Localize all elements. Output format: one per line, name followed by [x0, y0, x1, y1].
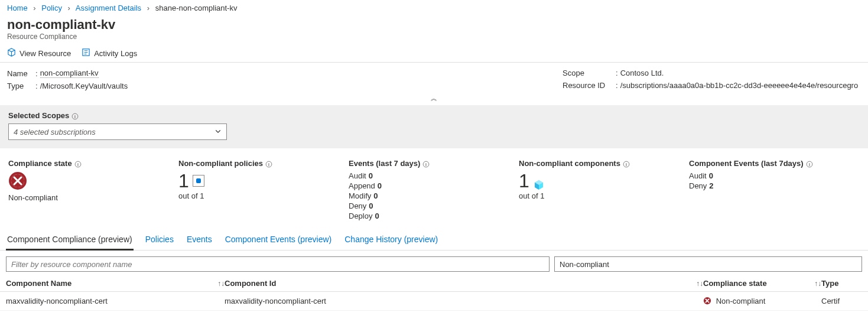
view-resource-button[interactable]: View Resource [7, 48, 71, 58]
info-icon[interactable]: i [71, 111, 79, 120]
breadcrumb: Home › Policy › Assignment Details › sha… [0, 0, 868, 15]
cevent-deny-label: Deny [689, 181, 707, 190]
event-deny-label: Deny [349, 201, 366, 210]
event-modify-value: 0 [373, 191, 378, 200]
event-append-value: 0 [378, 181, 382, 190]
toolbar: View Resource Activity Logs [0, 45, 868, 63]
compliance-state-title: Compliance state [8, 159, 72, 168]
noncompliant-policies-title: Non-compliant policies [178, 159, 263, 168]
cell-component-name: maxvalidity-noncompliant-cert [6, 297, 225, 305]
event-deploy-label: Deploy [349, 212, 372, 220]
name-label: Name [7, 69, 35, 78]
noncompliant-components-title: Non-compliant components [519, 159, 620, 168]
type-value: /Microsoft.KeyVault/vaults [40, 82, 128, 90]
tab-events[interactable]: Events [186, 231, 213, 250]
policy-box-icon [193, 175, 204, 187]
info-icon[interactable]: i [623, 159, 630, 168]
compliance-state-filter-value: Non-compliant [560, 260, 609, 269]
svg-text:i: i [77, 162, 79, 167]
breadcrumb-policy[interactable]: Policy [41, 4, 62, 12]
sort-icon[interactable]: ↑↓ [217, 279, 225, 288]
svg-text:i: i [425, 162, 427, 167]
chevron-right-icon: › [147, 4, 149, 12]
events-title: Events (last 7 days) [349, 159, 420, 168]
event-audit-value: 0 [369, 171, 373, 180]
log-icon [82, 48, 90, 58]
cell-component-id: maxvalidity-noncompliant-cert [225, 297, 703, 305]
filter-row: Non-compliant [0, 251, 868, 277]
col-component-name[interactable]: Component Name [6, 279, 71, 288]
cube-outline-icon [7, 48, 16, 58]
kpi-noncompliant-policies: Non-compliant policies i 1 out of 1 [178, 159, 338, 222]
sort-icon[interactable]: ↑↓ [814, 279, 821, 288]
tabs: Component Compliance (preview) Policies … [0, 227, 868, 251]
noncompliant-icon [703, 297, 711, 305]
chevron-down-icon [214, 128, 222, 136]
activity-logs-button[interactable]: Activity Logs [82, 48, 137, 58]
svg-text:i: i [809, 162, 810, 167]
resource-id-value: /subscriptions/aaaa0a0a-bb1b-cc2c-dd3d-e… [620, 81, 859, 90]
col-component-id[interactable]: Component Id [225, 279, 276, 288]
kpi-compliance-state: Compliance state i Non-compliant [8, 159, 168, 222]
cevent-deny-value: 2 [709, 181, 713, 190]
chevron-double-up-icon: ︽ [431, 95, 437, 102]
table-row[interactable]: maxvalidity-noncompliant-cert maxvalidit… [0, 292, 868, 311]
view-resource-label: View Resource [19, 49, 71, 58]
info-icon[interactable]: i [265, 159, 272, 168]
info-icon[interactable]: i [422, 159, 430, 168]
name-value[interactable]: non-compliant-kv [40, 69, 99, 78]
kpi-component-events: Component Events (last 7days) i Audit 0 … [689, 159, 866, 222]
noncompliant-policies-value: 1 [178, 171, 189, 190]
cevent-audit-value: 0 [709, 171, 713, 180]
event-deploy-value: 0 [375, 212, 379, 220]
activity-logs-label: Activity Logs [94, 49, 137, 58]
properties-section: Name : non-compliant-kv Type : /Microsof… [0, 63, 868, 94]
tab-policies[interactable]: Policies [144, 231, 175, 250]
collapse-toggle[interactable]: ︽ [0, 94, 868, 105]
compliance-state-filter[interactable]: Non-compliant [554, 256, 862, 272]
type-label: Type [7, 82, 35, 90]
kpi-events: Events (last 7 days) i Audit 0 Append 0 … [349, 159, 508, 222]
breadcrumb-assignment-details[interactable]: Assignment Details [76, 4, 141, 12]
svg-text:i: i [268, 162, 269, 167]
sort-icon[interactable]: ↑↓ [696, 279, 703, 288]
breadcrumb-current: shane-non-compliant-kv [155, 4, 238, 12]
info-icon[interactable]: i [74, 159, 82, 168]
page-subtitle: Resource Compliance [0, 32, 868, 45]
tab-component-compliance[interactable]: Component Compliance (preview) [6, 231, 134, 251]
event-append-label: Append [349, 181, 375, 190]
event-audit-label: Audit [349, 171, 366, 180]
noncompliant-policies-sub: out of 1 [178, 191, 338, 200]
noncompliant-components-sub: out of 1 [519, 191, 678, 200]
chevron-right-icon: › [33, 4, 35, 12]
svg-text:i: i [74, 115, 76, 119]
breadcrumb-home[interactable]: Home [7, 4, 28, 12]
table-header: Component Name ↑↓ Component Id ↑↓ Compli… [0, 277, 868, 292]
col-compliance-state[interactable]: Compliance state [703, 279, 767, 288]
event-deny-value: 0 [369, 201, 373, 210]
tab-component-events[interactable]: Component Events (preview) [224, 231, 333, 250]
cell-compliance-state: Non-compliant [703, 297, 821, 305]
svg-text:i: i [626, 162, 627, 167]
cevent-audit-label: Audit [689, 171, 707, 180]
event-modify-label: Modify [349, 191, 371, 200]
chevron-right-icon: › [68, 4, 70, 12]
info-icon[interactable]: i [806, 159, 813, 168]
tab-change-history[interactable]: Change History (preview) [343, 231, 439, 250]
scope-value: Contoso Ltd. [620, 69, 664, 77]
scopes-dropdown-value: 4 selected subscriptions [14, 128, 96, 136]
scope-label: Scope [563, 69, 616, 77]
page-title: non-compliant-kv [0, 15, 868, 32]
component-events-title: Component Events (last 7days) [689, 159, 804, 168]
filter-name-input[interactable] [6, 256, 550, 272]
noncompliant-icon [8, 171, 27, 190]
col-type[interactable]: Type [821, 279, 838, 288]
selected-scopes-label: Selected Scopes [8, 111, 69, 120]
selected-scopes-section: Selected Scopes i 4 selected subscriptio… [0, 105, 868, 148]
cell-type: Certif [821, 297, 862, 305]
kpi-noncompliant-components: Non-compliant components i 1 out of 1 [519, 159, 678, 222]
cube-icon [533, 175, 545, 187]
components-table: Component Name ↑↓ Component Id ↑↓ Compli… [0, 277, 868, 311]
scopes-dropdown[interactable]: 4 selected subscriptions [8, 123, 227, 140]
kpi-section: Compliance state i Non-compliant Non-com… [0, 148, 868, 227]
